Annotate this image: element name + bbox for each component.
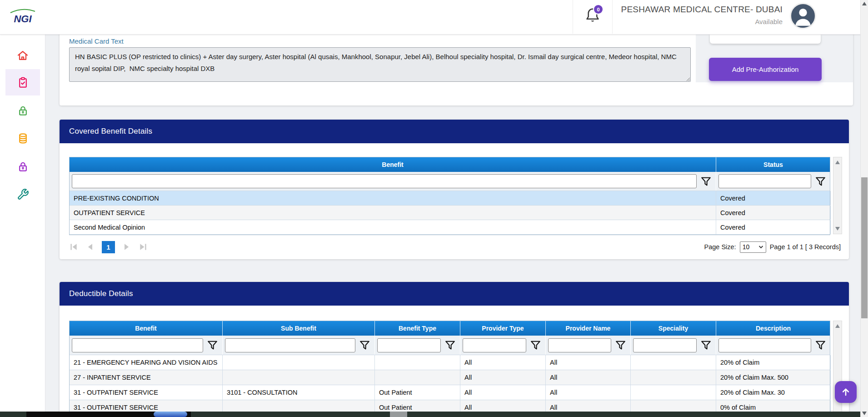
table-cell [223,370,375,385]
page-size-label: Page Size: [704,243,736,251]
table-row[interactable]: OUTPATIENT SERVICECovered [70,206,830,220]
table-row[interactable]: Second Medical OpinionCovered [70,220,830,235]
ngi-logo: NGI [0,0,45,34]
filter-input-provider-name[interactable] [548,338,611,352]
last-page-button[interactable] [139,242,148,251]
scroll-up-icon[interactable] [835,161,840,164]
sidebar [0,0,45,412]
filter-cell [70,172,716,191]
table-header-row: BenefitStatus [70,157,830,172]
table-header-row: BenefitSub BenefitBenefit TypeProvider T… [70,321,830,336]
scroll-up-icon[interactable] [862,2,867,5]
scrolled-panel-edge [710,34,821,44]
filter-input-benefit[interactable] [72,174,697,188]
filter-cell [716,172,831,191]
sidebar-item-tools[interactable] [0,181,45,207]
first-page-button[interactable] [69,242,78,251]
bottom-strip-segment [390,412,407,417]
filter-icon[interactable] [700,339,712,351]
column-header-status[interactable]: Status [716,157,831,172]
page-summary: Page 1 of 1 [ 3 Records] [770,243,841,251]
column-header-speciality[interactable]: Speciality [631,321,716,336]
table-cell: Second Medical Opinion [70,220,716,234]
medical-card-textarea[interactable]: HN BASIC PLUS (OP restricted to clinics)… [69,47,691,82]
column-header-provider-name[interactable]: Provider Name [546,321,631,336]
column-header-provider-type[interactable]: Provider Type [460,321,546,336]
column-header-benefit-type[interactable]: Benefit Type [375,321,460,336]
next-page-button[interactable] [122,242,131,251]
user-identity: PESHAWAR MEDICAL CENTRE- DUBAI Available [609,5,783,25]
table-scrollbar[interactable] [833,157,842,234]
filter-cell [375,336,460,355]
table-row[interactable]: 21 - EMERGENCY HEARING AND VISION AIDSAl… [70,355,830,370]
filter-icon[interactable] [359,339,370,351]
header-bottom-rule [0,34,868,35]
logo-text: NGI [14,13,32,25]
current-page-button[interactable]: 1 [102,241,115,253]
deductibles-table: BenefitSub BenefitBenefit TypeProvider T… [69,321,830,416]
sidebar-item-home[interactable] [0,42,45,69]
sidebar-item-claims[interactable] [5,69,40,95]
table-cell [631,370,716,385]
filter-cell [223,336,375,355]
table-row[interactable]: PRE-EXISTING CONDITIONCovered [70,191,830,206]
arrow-up-icon [840,387,851,397]
table-cell: All [546,385,631,400]
top-bar: NGI 0 PESHAWAR MEDICAL CENTRE- DUBAI Ava… [0,0,868,34]
filter-row [70,336,830,355]
sidebar-item-unlock[interactable] [0,97,45,124]
provider-name: PESHAWAR MEDICAL CENTRE- DUBAI [609,5,783,15]
column-header-benefit[interactable]: Benefit [70,321,223,336]
header-divider [573,0,573,34]
filter-input-description[interactable] [718,338,811,352]
table-cell: All [460,385,546,400]
table-row[interactable]: 27 - INPATIENT SERVICEAllAll20% of Claim… [70,370,830,385]
filter-icon[interactable] [700,176,712,187]
table-cell: Out Patient [375,385,460,400]
bottom-edge-strip [0,412,860,417]
filter-icon[interactable] [815,176,826,187]
filter-icon[interactable] [815,339,826,351]
filter-cell [70,336,223,355]
scroll-up-icon[interactable] [835,324,840,328]
filter-input-status[interactable] [718,174,811,188]
table-cell: Covered [716,191,831,205]
table-cell: All [460,370,546,385]
previous-page-button[interactable] [85,242,95,251]
scroll-down-icon[interactable] [835,227,840,231]
table-cell: 20% of Claim [716,355,831,370]
filter-icon[interactable] [207,339,218,351]
pagination: 1 [69,241,155,253]
filter-input-benefit[interactable] [72,338,203,352]
column-header-sub-benefit[interactable]: Sub Benefit [223,321,375,336]
filter-input-provider-type[interactable] [463,338,526,352]
table-row[interactable]: 31 - OUTPATIENT SERVICE3101 - CONSULTATI… [70,385,830,400]
table-cell [631,355,716,370]
column-header-benefit[interactable]: Benefit [70,157,716,172]
table-cell: OUTPATIENT SERVICE [70,206,716,220]
scroll-down-icon[interactable] [862,412,867,415]
table-cell: 21 - EMERGENCY HEARING AND VISION AIDS [70,355,223,370]
scrollbar-thumb[interactable] [861,177,868,318]
filter-input-sub-benefit[interactable] [225,338,355,352]
sidebar-item-records[interactable] [0,125,45,151]
table-cell: 31 - OUTPATIENT SERVICE [70,385,223,400]
add-preauthorization-button[interactable]: Add Pre-Authorization [709,58,822,81]
sidebar-item-security[interactable] [0,153,45,180]
filter-icon[interactable] [615,339,626,351]
avatar[interactable] [790,3,816,29]
filter-input-speciality[interactable] [633,338,697,352]
page-size-select[interactable]: 10 [740,241,766,253]
table-cell: Covered [716,220,831,234]
table-cell [631,385,716,400]
notifications-button[interactable]: 0 [584,6,605,28]
filter-input-benefit-type[interactable] [377,338,441,352]
availability-status: Available [609,18,783,25]
page-scrollbar[interactable] [860,0,868,417]
column-header-description[interactable]: Description [716,321,831,336]
scroll-to-top-button[interactable] [835,381,857,403]
table-cell: 27 - INPATIENT SERVICE [70,370,223,385]
filter-icon[interactable] [444,339,456,351]
padlock-green-icon [17,105,29,117]
filter-icon[interactable] [530,339,541,351]
